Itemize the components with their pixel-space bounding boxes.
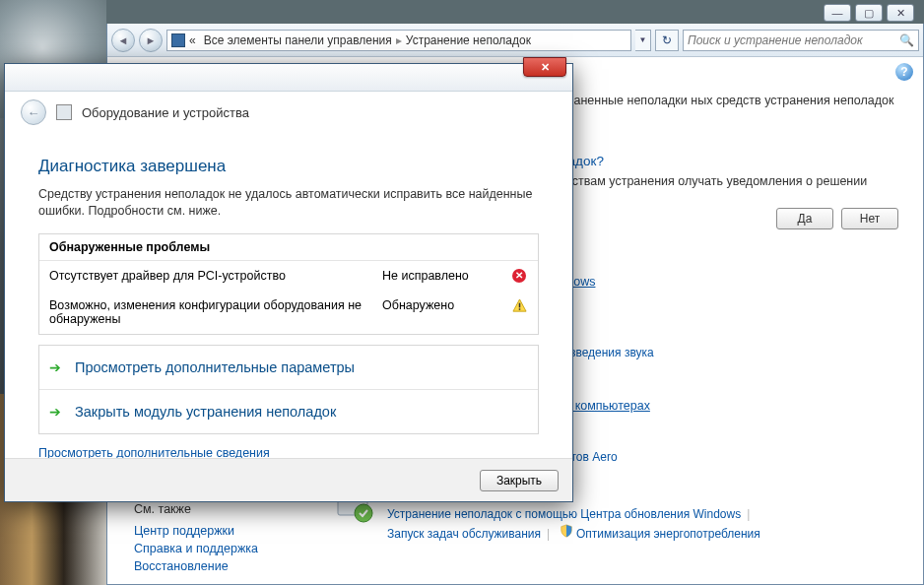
dialog-back-button[interactable]: ← <box>21 99 46 125</box>
search-input[interactable] <box>688 33 899 47</box>
problem-status: Обнаружено <box>382 298 500 312</box>
action-label: Просмотреть дополнительные параметры <box>75 359 355 375</box>
address-bar[interactable]: « Все элементы панели управления ▸ Устра… <box>166 30 631 51</box>
problems-panel-title: Обнаруженные проблемы <box>39 234 538 261</box>
svg-point-3 <box>355 504 372 522</box>
link-maintenance-tasks[interactable]: Запуск задач обслуживания <box>387 527 541 541</box>
control-panel-icon <box>171 33 185 47</box>
refresh-button[interactable]: ↻ <box>655 30 679 51</box>
view-additional-options[interactable]: ➔ Просмотреть дополнительные параметры <box>39 346 538 389</box>
shield-icon <box>560 524 573 538</box>
dialog-paragraph: Средству устранения неполадок не удалось… <box>38 186 539 220</box>
search-icon[interactable]: 🔍 <box>899 33 914 47</box>
problem-status: Не исправлено <box>382 269 500 283</box>
help-icon[interactable]: ? <box>895 63 913 81</box>
window-controls: — ▢ ✕ <box>824 4 914 22</box>
svg-rect-4 <box>518 302 520 307</box>
dialog-heading: Диагностика завершена <box>38 157 539 176</box>
search-box[interactable]: 🔍 <box>683 30 919 51</box>
maximize-button[interactable]: ▢ <box>855 4 883 22</box>
see-also-heading: См. также <box>134 502 303 516</box>
link-power-optimization[interactable]: Оптимизация энергопотребления <box>576 527 760 541</box>
svg-rect-5 <box>518 308 520 310</box>
breadcrumb-1[interactable]: Все элементы панели управления <box>204 33 392 47</box>
error-icon: ✕ <box>512 269 526 283</box>
arrow-right-icon: ➔ <box>49 359 61 375</box>
address-dropdown[interactable]: ▼ <box>635 30 651 51</box>
problem-text: Возможно, изменения конфигурации оборудо… <box>49 298 372 326</box>
close-troubleshooter-option[interactable]: ➔ Закрыть модуль устранения неполадок <box>39 389 538 433</box>
crumb-prefix: « <box>189 33 196 47</box>
link-recovery[interactable]: Восстановление <box>134 559 303 573</box>
arrow-right-icon: ➔ <box>49 404 61 420</box>
hardware-icon <box>56 104 72 120</box>
problem-text: Отсутствует драйвер для PCI-устройство <box>49 269 372 283</box>
problem-row[interactable]: Возможно, изменения конфигурации оборудо… <box>39 291 538 334</box>
no-button[interactable]: Нет <box>841 208 898 229</box>
dialog-footer: Закрыть <box>5 458 572 501</box>
breadcrumb-2[interactable]: Устранение неполадок <box>406 33 531 47</box>
problems-panel: Обнаруженные проблемы Отсутствует драйве… <box>38 233 539 335</box>
see-also-panel: См. также Центр поддержки Справка и подд… <box>120 492 317 585</box>
action-label: Закрыть модуль устранения неполадок <box>75 404 336 420</box>
close-button[interactable]: Закрыть <box>480 470 559 491</box>
link-windows-update-troubleshoot[interactable]: Устранение неполадок с помощью Центра об… <box>387 507 741 521</box>
yes-button[interactable]: Да <box>776 208 833 229</box>
chevron-right-icon: ▸ <box>396 33 402 47</box>
link-action-center[interactable]: Центр поддержки <box>134 524 303 538</box>
window-close-button[interactable]: ✕ <box>887 4 914 22</box>
troubleshooter-dialog: ✕ ← Оборудование и устройства Диагностик… <box>4 63 573 502</box>
dialog-titlebar[interactable]: ✕ <box>5 64 572 92</box>
warning-icon <box>512 298 527 316</box>
problem-row[interactable]: Отсутствует драйвер для PCI-устройство Н… <box>39 261 538 291</box>
minimize-button[interactable]: — <box>824 4 851 22</box>
link-help-support[interactable]: Справка и поддержка <box>134 542 303 555</box>
dialog-close-button[interactable]: ✕ <box>523 57 566 77</box>
nav-back-button[interactable]: ◄ <box>111 29 135 52</box>
dialog-header-title: Оборудование и устройства <box>82 105 249 120</box>
nav-forward-button[interactable]: ► <box>139 29 163 52</box>
nav-bar: ◄ ► « Все элементы панели управления ▸ У… <box>107 24 923 57</box>
